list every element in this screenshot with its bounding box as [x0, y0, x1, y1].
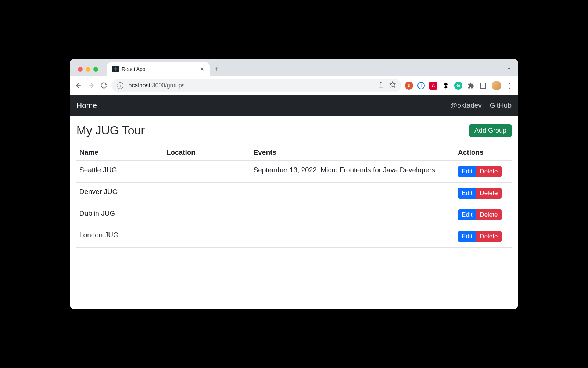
- col-header-actions: Actions: [455, 145, 512, 160]
- tab-overflow-button[interactable]: [506, 66, 512, 72]
- page-body: My JUG Tour Add Group Name Location Even…: [70, 116, 518, 309]
- address-bar-row: i localhost:3000/groups D ! A: [70, 76, 518, 95]
- cell-name: Dublin JUG: [76, 204, 164, 226]
- delete-button[interactable]: Delete: [476, 231, 501, 242]
- nav-reload-button[interactable]: [99, 81, 108, 90]
- edit-button[interactable]: Edit: [458, 188, 476, 199]
- browser-window: ⚛ React App × + i localhost:30: [70, 59, 518, 309]
- svg-marker-3: [390, 82, 396, 87]
- cell-actions: Edit Delete: [455, 226, 512, 248]
- nav-forward-button[interactable]: [87, 81, 96, 90]
- url-path: :3000/groups: [150, 82, 184, 89]
- edit-button[interactable]: Edit: [458, 209, 476, 220]
- share-icon[interactable]: [378, 82, 384, 89]
- navbar-links: @oktadev GitHub: [450, 101, 512, 109]
- extensions-icon[interactable]: [467, 82, 475, 90]
- cell-actions: Edit Delete: [455, 183, 512, 204]
- cell-actions: Edit Delete: [455, 204, 512, 226]
- col-header-events: Events: [251, 145, 455, 160]
- cell-name: Seattle JUG: [76, 160, 164, 183]
- browser-menu-icon[interactable]: ⋮: [506, 82, 514, 90]
- angular-extension-icon[interactable]: A: [429, 82, 437, 90]
- cell-events: [251, 226, 455, 248]
- window-maximize-button[interactable]: [93, 67, 98, 72]
- duckduckgo-extension-icon[interactable]: D: [405, 82, 413, 90]
- nav-home-link[interactable]: Home: [76, 101, 97, 110]
- delete-button[interactable]: Delete: [476, 166, 501, 177]
- nav-oktadev-link[interactable]: @oktadev: [450, 101, 482, 109]
- cell-location: [164, 183, 251, 204]
- edit-button[interactable]: Edit: [458, 231, 476, 242]
- cell-events: September 13, 2022: Micro Frontends for …: [251, 160, 455, 183]
- grammarly-extension-icon[interactable]: G: [454, 82, 462, 90]
- app-content: Home @oktadev GitHub My JUG Tour Add Gro…: [70, 95, 518, 309]
- cell-location: [164, 204, 251, 226]
- bookmark-star-icon[interactable]: [389, 81, 396, 90]
- buffer-extension-icon[interactable]: [442, 82, 450, 90]
- toolbar-icons: D ! A G ⋮: [405, 81, 514, 90]
- tab-title: React App: [122, 66, 196, 72]
- site-info-icon[interactable]: i: [117, 82, 123, 89]
- cell-location: [164, 160, 251, 183]
- url-host: localhost: [127, 82, 150, 89]
- cell-name: Denver JUG: [76, 183, 164, 204]
- tab-close-icon[interactable]: ×: [199, 65, 205, 73]
- url-text: localhost:3000/groups: [127, 82, 185, 89]
- add-group-button[interactable]: Add Group: [469, 124, 512, 137]
- profile-avatar-icon[interactable]: [492, 81, 501, 90]
- page-title: My JUG Tour: [76, 124, 145, 137]
- browser-tab[interactable]: ⚛ React App ×: [107, 62, 210, 76]
- extension-icon[interactable]: !: [417, 82, 425, 89]
- window-minimize-button[interactable]: [86, 67, 90, 72]
- browser-chrome: ⚛ React App × + i localhost:30: [70, 59, 518, 95]
- new-tab-button[interactable]: +: [214, 65, 219, 73]
- delete-button[interactable]: Delete: [476, 209, 501, 220]
- table-row: London JUG Edit Delete: [76, 226, 512, 248]
- cell-actions: Edit Delete: [455, 160, 512, 183]
- cell-name: London JUG: [76, 226, 164, 248]
- address-bar[interactable]: i localhost:3000/groups: [112, 79, 401, 92]
- table-row: Denver JUG Edit Delete: [76, 183, 512, 204]
- cell-location: [164, 226, 251, 248]
- groups-table: Name Location Events Actions Seattle JUG…: [76, 145, 512, 248]
- window-close-button[interactable]: [78, 67, 83, 72]
- tab-bar: ⚛ React App × +: [70, 62, 518, 76]
- page-header: My JUG Tour Add Group: [76, 124, 512, 137]
- edit-button[interactable]: Edit: [458, 166, 476, 177]
- react-favicon-icon: ⚛: [112, 66, 119, 72]
- col-header-name: Name: [76, 145, 164, 160]
- delete-button[interactable]: Delete: [476, 188, 501, 199]
- table-row: Seattle JUG September 13, 2022: Micro Fr…: [76, 160, 512, 183]
- nav-back-button[interactable]: [74, 81, 83, 90]
- panel-icon[interactable]: [479, 82, 487, 90]
- cell-events: [251, 183, 455, 204]
- window-controls: [74, 67, 102, 72]
- cell-events: [251, 204, 455, 226]
- nav-github-link[interactable]: GitHub: [490, 101, 512, 109]
- app-navbar: Home @oktadev GitHub: [70, 95, 518, 116]
- col-header-location: Location: [164, 145, 251, 160]
- table-row: Dublin JUG Edit Delete: [76, 204, 512, 226]
